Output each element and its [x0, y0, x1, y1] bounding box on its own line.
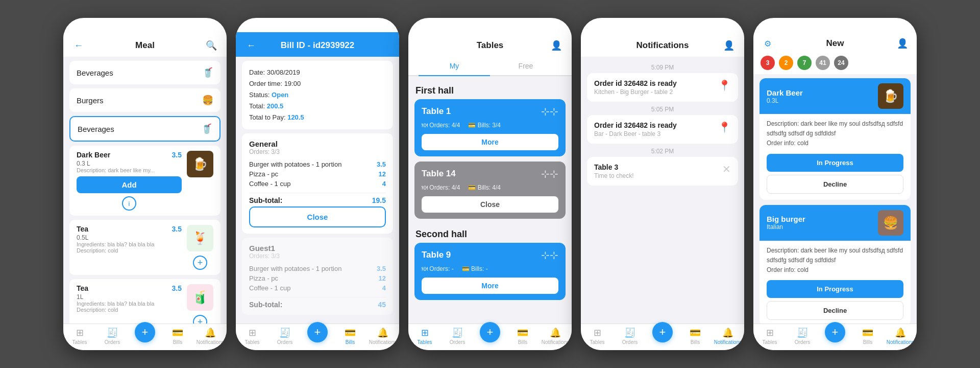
settings-icon[interactable]: ⚙ [761, 36, 775, 51]
bill-back-icon[interactable]: ← [244, 38, 258, 53]
dark-beer-image: 🍺 [187, 151, 213, 177]
category-burgers[interactable]: Burgers 🍔 [69, 88, 220, 112]
bills-nav-icon-n: 💳 [690, 327, 701, 338]
add-tea-1-button[interactable]: + [193, 256, 207, 270]
notif-time-2: 5:05 PM [587, 106, 738, 113]
nav-orders-label-bill: Orders [277, 339, 293, 345]
new-profile-icon[interactable]: 👤 [895, 36, 910, 51]
add-nav-button-t[interactable]: + [480, 322, 500, 342]
notif-card-3[interactable]: Table 3 Time to check! ✕ [587, 157, 738, 186]
add-nav-button[interactable]: + [135, 322, 155, 342]
table-9-card: Table 9 ⊹⊹ 🍽 Orders: - 💳 Bills: - More [414, 243, 566, 300]
nav-add[interactable]: + [129, 327, 161, 345]
phone-notifications: Notifications 👤 5:09 PM Order id 326482 … [581, 18, 744, 350]
in-progress-button-1[interactable]: In Progress [767, 154, 903, 172]
table-14-close-button[interactable]: Close [422, 196, 558, 213]
big-burger-actions: In Progress Decline [760, 280, 911, 324]
nav-tables-bill[interactable]: ⊞ Tables [236, 327, 268, 345]
first-hall-title: First hall [414, 80, 566, 99]
nav-tables-t[interactable]: ⊞ Tables [408, 327, 441, 345]
nav-tables[interactable]: ⊞ Tables [63, 327, 96, 345]
notif-card-2[interactable]: Order id 326482 is ready Bar - Dark Beer… [587, 115, 738, 144]
nav-bills-n[interactable]: 💳 Bills [679, 327, 712, 345]
decline-button-2[interactable]: Decline [767, 301, 903, 320]
decline-button-1[interactable]: Decline [767, 175, 903, 194]
nav-notif-n[interactable]: 🔔 Notifications [712, 327, 744, 345]
in-progress-button-2[interactable]: In Progress [767, 280, 903, 298]
tab-my[interactable]: My [419, 57, 490, 76]
add-tea-2-button[interactable]: + [193, 315, 207, 324]
bill-line-burger2: Burger with potatoes - 1 portion 3.5 [249, 264, 386, 273]
table-14-card: Table 14 ⊹⊹ 🍽 Orders: 4/4 💳 Bills: 4/4 C… [414, 162, 566, 219]
add-nav-button-n[interactable]: + [652, 322, 673, 342]
nav-add-new[interactable]: + [819, 327, 851, 345]
nav-orders-bill[interactable]: 🧾 Orders [268, 327, 301, 345]
nav-add-t[interactable]: + [474, 327, 506, 345]
nav-add-n[interactable]: + [646, 327, 679, 345]
nav-tables-n[interactable]: ⊞ Tables [581, 327, 614, 345]
nav-tables-label: Tables [72, 339, 87, 345]
badge-gray-2[interactable]: 24 [834, 56, 848, 70]
table-14-orders: 🍽 Orders: 4/4 [422, 184, 460, 191]
badge-orange[interactable]: 2 [779, 56, 793, 70]
big-burger-order-info: Order info: cold [767, 265, 903, 275]
notif-sub-3: Time to check! [594, 172, 634, 179]
nav-bills-label-t: Bills [518, 339, 527, 345]
notif-card-1[interactable]: Order id 326482 is ready Kitchen - Big B… [587, 73, 738, 102]
add-nav-button-new[interactable]: + [825, 322, 845, 342]
phone-bill: ← Bill ID - id2939922 Date: 30/08/2019 O… [236, 18, 399, 350]
badge-red[interactable]: 3 [761, 56, 775, 70]
nav-notif-new[interactable]: 🔔 Notifications [884, 327, 917, 345]
tables-profile-icon[interactable]: 👤 [549, 38, 564, 53]
back-icon[interactable]: ← [71, 38, 86, 53]
orders-nav-icon-t: 🧾 [452, 327, 463, 338]
add-dark-beer-button[interactable]: Add [77, 176, 182, 193]
nav-tables-new[interactable]: ⊞ Tables [753, 327, 786, 345]
tables-nav-icon: ⊞ [76, 327, 84, 338]
badge-gray-1[interactable]: 41 [816, 56, 830, 70]
nav-bills[interactable]: 💳 Bills [161, 327, 194, 345]
nav-notifications-bill[interactable]: 🔔 Notifications [366, 327, 399, 345]
nav-notif-t[interactable]: 🔔 Notifications [539, 327, 572, 345]
tables-nav-icon-bill: ⊞ [249, 327, 256, 338]
notif-profile-icon[interactable]: 👤 [722, 38, 736, 53]
nav-orders-new[interactable]: 🧾 Orders [786, 327, 819, 345]
nav-orders-t[interactable]: 🧾 Orders [441, 327, 474, 345]
new-header: ⚙ New 👤 [753, 32, 917, 54]
notif-nav-icon-t: 🔔 [550, 327, 561, 338]
nav-notif-label-new: Notifications [887, 339, 914, 345]
beverages-icon-2: 🥤 [201, 123, 212, 134]
badge-green[interactable]: 7 [797, 56, 812, 70]
meal-title: Meal [86, 40, 204, 51]
nav-orders[interactable]: 🧾 Orders [96, 327, 129, 345]
bill-item-price: 3.5 [377, 160, 386, 168]
nav-bills-t[interactable]: 💳 Bills [506, 327, 539, 345]
notif-nav-icon-new: 🔔 [895, 327, 906, 338]
table-9-more-button[interactable]: More [422, 278, 558, 294]
meal-tea-2: Tea 3.5 1L Ingredients: bla bla? bla bla… [69, 279, 220, 324]
nav-notifications[interactable]: 🔔 Notifications [194, 327, 227, 345]
table-1-orders: 🍽 Orders: 4/4 [422, 122, 460, 129]
dark-beer-sub: 0.3 L [77, 160, 182, 167]
nav-bills-bill[interactable]: 💳 Bills [334, 327, 366, 345]
bill-total-to-pay: Total to Pay: 120.5 [249, 112, 386, 123]
table-1-more-button[interactable]: More [422, 134, 558, 150]
tables-tabs: My Free [408, 57, 572, 76]
info-icon[interactable]: i [122, 196, 136, 211]
category-beverages-1[interactable]: Beverages 🥤 [69, 61, 220, 84]
bill-order-time: Order time: 19:00 [249, 78, 386, 89]
search-icon[interactable]: 🔍 [204, 38, 218, 53]
nav-add-bill[interactable]: + [301, 327, 334, 345]
orders-nav-icon-n: 🧾 [624, 327, 635, 338]
tables-nav-icon-n: ⊞ [594, 327, 601, 338]
tab-free[interactable]: Free [490, 57, 561, 76]
add-nav-button-bill[interactable]: + [307, 322, 328, 342]
nav-orders-n[interactable]: 🧾 Orders [614, 327, 646, 345]
tables-nav-icon-t: ⊞ [421, 327, 429, 338]
bill-item-price: 12 [379, 274, 386, 282]
bill-subtotal-guest1: Sub-total: 45 [249, 297, 386, 309]
category-beverages-2[interactable]: Beverages 🥤 [69, 116, 220, 142]
close-bill-button[interactable]: Close [249, 206, 386, 227]
bill-date: Date: 30/08/2019 [249, 67, 386, 78]
nav-bills-new[interactable]: 💳 Bills [851, 327, 884, 345]
